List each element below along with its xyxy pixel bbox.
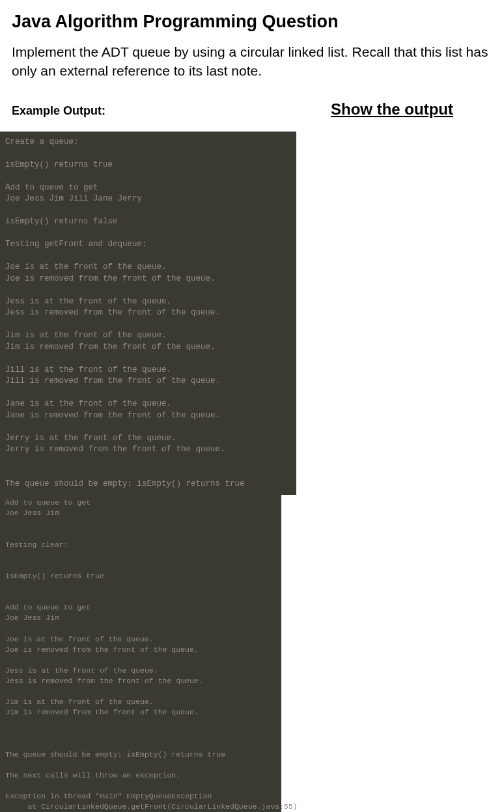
page-title: Java Algorithm Programming Question — [12, 12, 492, 32]
terminal-output-part2: Add to queue to get Joe Jess Jim Testing… — [0, 495, 281, 812]
show-output-heading: Show the output — [331, 100, 453, 119]
question-description: Implement the ADT queue by using a circu… — [12, 42, 492, 81]
subheading-row: Example Output: Show the output — [12, 100, 492, 119]
example-output-label: Example Output: — [12, 104, 105, 118]
terminal-output-part1: Create a queue: isEmpty() returns true A… — [0, 132, 296, 496]
